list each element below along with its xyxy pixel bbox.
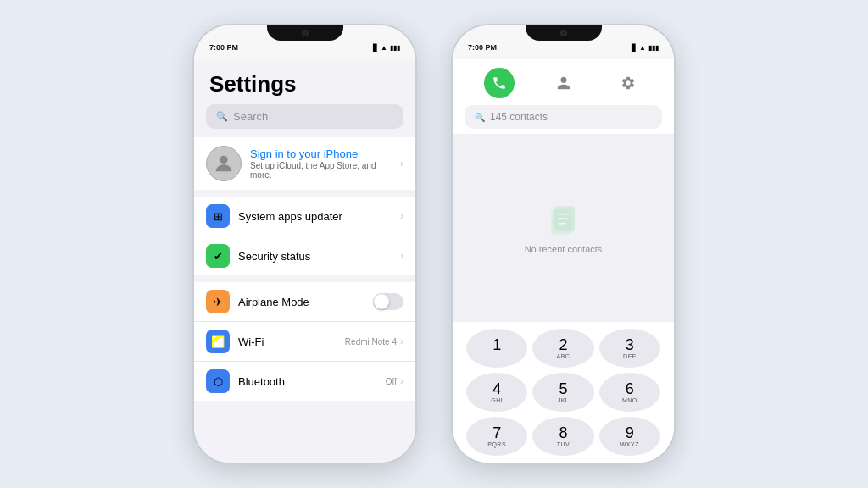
camera-dot-2 xyxy=(560,30,567,36)
bluetooth-right: Off › xyxy=(386,375,403,387)
contacts-tab-button[interactable] xyxy=(548,68,579,98)
airplane-label: Airplane Mode xyxy=(238,296,364,308)
airplane-toggle[interactable] xyxy=(373,293,403,310)
phone-tab-button[interactable] xyxy=(484,68,515,98)
settings-tab-icon xyxy=(620,75,636,91)
wifi-label: Wi-Fi xyxy=(238,336,337,348)
signal-icon: ▊ xyxy=(373,44,378,52)
wifi-icon: 📶 xyxy=(206,330,230,353)
time-2: 7:00 PM xyxy=(468,43,497,52)
profile-row[interactable]: Sign in to your iPhone Set up iCloud, th… xyxy=(194,137,415,190)
profile-subtext: Set up iCloud, the App Store, and more. xyxy=(250,161,392,180)
airplane-mode-row[interactable]: ✈ Airplane Mode xyxy=(194,282,415,322)
battery-icon: ▮▮▮ xyxy=(390,44,400,52)
recent-contacts-area: No recent contacts xyxy=(453,134,674,322)
bluetooth-chevron: › xyxy=(400,375,403,387)
security-status-label: Security status xyxy=(238,250,392,263)
no-recent-text: No recent contacts xyxy=(525,244,603,254)
settings-tab-button[interactable] xyxy=(613,68,643,98)
search-placeholder: Search xyxy=(233,110,268,123)
svg-point-0 xyxy=(220,156,227,164)
dial-key-7[interactable]: 7 PQRS xyxy=(466,417,527,456)
bluetooth-icon: ⬡ xyxy=(206,369,230,393)
notch-1 xyxy=(267,25,343,41)
main-scene: 7:00 PM ▊ ▲ ▮▮▮ Settings 🔍 Search xyxy=(0,0,868,488)
bluetooth-label: Bluetooth xyxy=(238,375,377,388)
dial-key-1[interactable]: 1 __ xyxy=(466,329,527,368)
dialpad-grid: 1 __ 2 ABC 3 DEF 4 GHI 5 JKL xyxy=(453,322,674,463)
wifi-chevron: › xyxy=(400,336,403,347)
bluetooth-status: Off xyxy=(386,377,397,386)
profile-text: Sign in to your iPhone Set up iCloud, th… xyxy=(250,147,392,180)
system-apps-chevron: › xyxy=(400,210,403,222)
dial-key-4[interactable]: 4 GHI xyxy=(466,373,527,412)
security-status-row[interactable]: ✔ Security status › xyxy=(194,236,415,275)
wifi-network: Redmi Note 4 xyxy=(345,337,397,347)
dial-key-3[interactable]: 3 DEF xyxy=(599,329,660,368)
contacts-search-bar[interactable]: 🔍 145 contacts xyxy=(465,105,662,129)
dial-search-icon: 🔍 xyxy=(475,113,485,122)
wifi-row[interactable]: 📶 Wi-Fi Redmi Note 4 › xyxy=(194,322,415,362)
settings-group-2: ✈ Airplane Mode 📶 Wi-Fi Redmi Note 4 › xyxy=(194,282,415,401)
system-apps-row[interactable]: ⊞ System apps updater › xyxy=(194,197,415,236)
dial-key-9[interactable]: 9 WXYZ xyxy=(599,417,660,456)
status-bar-2: 7:00 PM ▊ ▲ ▮▮▮ xyxy=(453,25,674,59)
toggle-knob xyxy=(374,294,389,309)
dialpad-screen: 🔍 145 contacts No recent contacts 1 _ xyxy=(453,59,674,463)
system-apps-label: System apps updater xyxy=(238,210,392,223)
dial-key-6[interactable]: 6 MNO xyxy=(599,373,660,412)
settings-group-1: ⊞ System apps updater › ✔ Security statu… xyxy=(194,197,415,275)
settings-phone: 7:00 PM ▊ ▲ ▮▮▮ Settings 🔍 Search xyxy=(192,24,417,464)
no-contacts-icon xyxy=(545,202,582,239)
dial-key-8[interactable]: 8 TUV xyxy=(532,417,593,456)
system-apps-right: › xyxy=(400,210,403,222)
wifi-icon: ▲ xyxy=(381,44,387,52)
notch-2 xyxy=(526,25,602,41)
status-bar-1: 7:00 PM ▊ ▲ ▮▮▮ xyxy=(194,25,415,59)
dial-key-2[interactable]: 2 ABC xyxy=(532,329,593,368)
dialpad-phone: 7:00 PM ▊ ▲ ▮▮▮ xyxy=(451,24,676,464)
security-status-right: › xyxy=(400,250,403,262)
settings-screen: Settings 🔍 Search Sign in to your iPhone… xyxy=(194,59,415,463)
security-chevron: › xyxy=(400,250,403,262)
camera-dot xyxy=(302,30,309,36)
security-status-icon: ✔ xyxy=(206,244,230,268)
signal-icon-2: ▊ xyxy=(632,44,637,52)
bluetooth-row[interactable]: ⬡ Bluetooth Off › xyxy=(194,362,415,401)
avatar xyxy=(206,146,242,181)
search-icon: 🔍 xyxy=(216,111,228,122)
status-icons-2: ▊ ▲ ▮▮▮ xyxy=(632,44,659,52)
wifi-icon-2: ▲ xyxy=(639,44,646,52)
signin-link[interactable]: Sign in to your iPhone xyxy=(250,147,392,160)
system-apps-icon: ⊞ xyxy=(206,204,230,228)
avatar-icon xyxy=(212,152,236,175)
search-bar[interactable]: 🔍 Search xyxy=(206,104,403,129)
airplane-icon: ✈ xyxy=(206,290,230,313)
dial-key-5[interactable]: 5 JKL xyxy=(532,373,593,412)
status-icons-1: ▊ ▲ ▮▮▮ xyxy=(373,44,400,52)
settings-title: Settings xyxy=(194,59,415,104)
contacts-count: 145 contacts xyxy=(490,111,548,123)
wifi-right: Redmi Note 4 › xyxy=(345,336,403,347)
profile-chevron: › xyxy=(400,158,403,169)
battery-icon-2: ▮▮▮ xyxy=(648,44,659,52)
phone-tab-icon xyxy=(492,75,507,91)
dial-top-icons xyxy=(453,59,674,105)
contacts-tab-icon xyxy=(556,75,571,91)
time-1: 7:00 PM xyxy=(209,43,238,52)
